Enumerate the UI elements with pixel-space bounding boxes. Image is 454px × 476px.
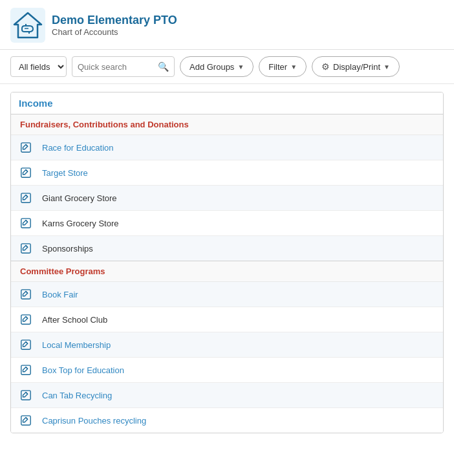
account-row: Local Membership [11,332,443,358]
edit-icon[interactable] [20,166,34,180]
svg-line-7 [26,170,28,172]
edit-icon[interactable] [20,241,34,255]
account-row: Karns Grocery Store [11,211,443,236]
edit-icon[interactable] [20,338,34,352]
svg-line-5 [26,145,28,147]
app-title: Demo Elementary PTO [52,14,177,27]
account-name: Target Store [42,168,88,178]
filter-chevron-icon: ▼ [290,63,297,70]
account-row: Can Tab Recycling [11,383,443,408]
account-name: Local Membership [42,340,111,350]
account-row: Box Top for Education [11,358,443,383]
account-row: After School Club [11,307,443,332]
svg-line-25 [26,418,28,420]
search-box: 🔍 [72,56,175,77]
add-groups-label: Add Groups [189,62,234,72]
edit-icon[interactable] [20,191,34,205]
app-logo [10,8,45,43]
section-header-income: Income [11,92,443,114]
display-print-button[interactable]: ⚙ Display/Print ▼ [312,56,400,77]
account-name: Sponsorships [42,244,93,254]
filter-button[interactable]: Filter ▼ [259,56,307,77]
svg-line-21 [26,367,28,369]
edit-icon[interactable] [20,140,34,155]
svg-line-13 [26,246,28,248]
add-groups-button[interactable]: Add Groups ▼ [180,56,254,77]
edit-icon[interactable] [20,287,34,301]
svg-line-23 [26,393,28,395]
header-text: Demo Elementary PTO Chart of Accounts [52,14,177,37]
section-income: IncomeFundraisers, Contributions and Don… [10,92,444,433]
svg-line-19 [26,342,28,344]
app-subtitle: Chart of Accounts [52,27,177,37]
account-name: Giant Grocery Store [42,193,117,203]
account-row: Caprisun Pouches recycling [11,408,443,433]
account-row: Target Store [11,160,443,186]
toolbar: All fields 🔍 Add Groups ▼ Filter ▼ ⚙ Dis… [0,50,454,84]
account-link[interactable]: Book Fair [42,290,78,299]
search-icon: 🔍 [158,61,169,72]
svg-line-17 [26,317,28,319]
account-link[interactable]: Caprisun Pouches recycling [42,416,146,426]
account-name: After School Club [42,315,107,325]
account-name: Karns Grocery Store [42,219,119,228]
account-name: Can Tab Recycling [42,391,112,400]
account-name: Caprisun Pouches recycling [42,416,146,426]
add-groups-chevron-icon: ▼ [237,63,244,70]
account-link[interactable]: Target Store [42,168,88,178]
account-link[interactable]: Box Top for Education [42,365,124,375]
edit-icon[interactable] [20,363,34,377]
account-name: Book Fair [42,290,78,299]
field-select[interactable]: All fields [10,56,67,77]
account-row: Book Fair [11,282,443,307]
app-header: Demo Elementary PTO Chart of Accounts [0,0,454,50]
svg-line-9 [26,195,28,197]
account-link[interactable]: Local Membership [42,340,111,350]
account-name: Box Top for Education [42,365,124,375]
sections-container: IncomeFundraisers, Contributions and Don… [10,92,444,433]
edit-icon[interactable] [20,312,34,327]
account-row: Sponsorships [11,236,443,261]
group-header-committee: Committee Programs [11,261,443,282]
edit-icon[interactable] [20,413,34,427]
account-row: Giant Grocery Store [11,186,443,211]
edit-icon[interactable] [20,216,34,230]
filter-label: Filter [268,62,287,72]
gear-icon: ⚙ [321,61,330,72]
group-committee: Committee ProgramsBook FairAfter School … [11,261,443,433]
display-print-chevron-icon: ▼ [384,63,390,70]
account-link[interactable]: Race for Education [42,143,114,153]
group-header-fundraisers: Fundraisers, Contributions and Donations [11,114,443,135]
account-link[interactable]: Can Tab Recycling [42,391,112,400]
display-print-label: Display/Print [333,62,380,72]
search-input[interactable] [78,62,155,72]
account-row: Race for Education [11,135,443,160]
edit-icon[interactable] [20,388,34,402]
svg-line-15 [26,292,28,294]
group-fundraisers: Fundraisers, Contributions and Donations… [11,114,443,261]
main-content: IncomeFundraisers, Contributions and Don… [0,84,454,451]
svg-line-11 [26,221,28,222]
account-name: Race for Education [42,143,114,153]
